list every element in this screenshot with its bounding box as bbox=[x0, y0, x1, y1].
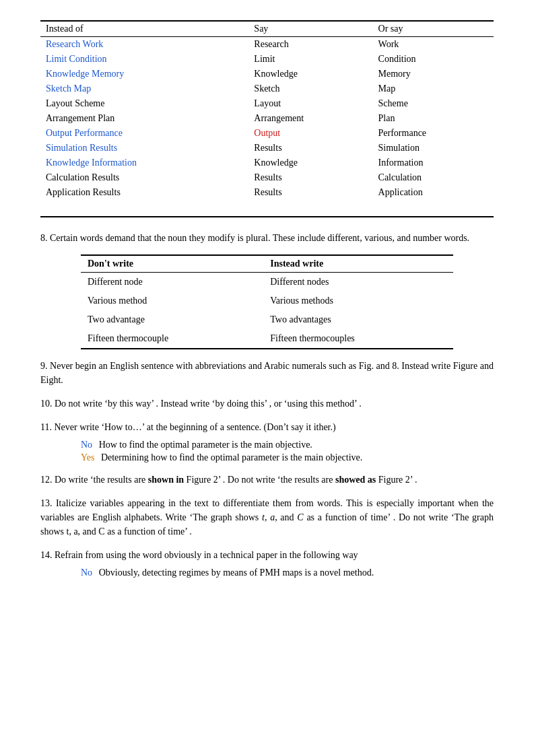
table-cell-say: Knowledge bbox=[248, 67, 372, 81]
table-cell-or-say: Condition bbox=[373, 52, 494, 67]
inner-table-row: Two advantageTwo advantages bbox=[81, 310, 453, 329]
inner-table-col1-header: Don't write bbox=[81, 255, 263, 273]
inner-table-row: Fifteen thermocoupleFifteen thermocouple… bbox=[81, 329, 453, 349]
table-cell-instead-of: Simulation Results bbox=[40, 141, 248, 156]
table-cell-say: Results bbox=[248, 141, 372, 156]
section-8-table-wrapper: Don't write Instead write Different node… bbox=[81, 254, 453, 349]
section-14-number: 14. bbox=[40, 550, 53, 560]
table-cell-say: Arrangement bbox=[248, 111, 372, 126]
section-14-body: Refrain from using the word obviously in… bbox=[55, 550, 358, 560]
table-cell-or-say: Plan bbox=[373, 111, 494, 126]
section-14: 14. Refrain from using the word obviousl… bbox=[40, 548, 494, 578]
section-13-number: 13. bbox=[40, 498, 53, 508]
table-cell-instead-of: Calculation Results bbox=[40, 170, 248, 185]
table-cell-or-say: Work bbox=[373, 37, 494, 53]
table-cell-say: Limit bbox=[248, 52, 372, 67]
section-8-body: Certain words demand that the noun they … bbox=[50, 233, 469, 243]
dont-write-cell: Fifteen thermocouple bbox=[81, 329, 263, 349]
section-14-no-label: No bbox=[81, 568, 92, 578]
table-cell-instead-of: Sketch Map bbox=[40, 81, 248, 96]
section-11-yes-line: Yes Determining how to find the optimal … bbox=[81, 452, 494, 463]
section-10-number: 10. bbox=[40, 399, 53, 409]
table-cell-instead-of: Layout Scheme bbox=[40, 96, 248, 111]
table-row: Arrangement PlanArrangementPlan bbox=[40, 111, 494, 126]
table-header-instead-of: Instead of bbox=[40, 21, 248, 37]
section-12: 12. Do write ‘the results are shown in F… bbox=[40, 473, 494, 487]
section-8-table: Don't write Instead write Different node… bbox=[81, 254, 453, 349]
section-11-no-line: No How to find the optimal parameter is … bbox=[81, 440, 494, 450]
table-cell-instead-of: Arrangement Plan bbox=[40, 111, 248, 126]
dont-write-cell: Different node bbox=[81, 273, 263, 292]
section-14-no-line: No Obviously, detecting regimes by means… bbox=[81, 568, 494, 578]
table-cell-say: Knowledge bbox=[248, 156, 372, 170]
table-cell-or-say: Map bbox=[373, 81, 494, 96]
table-header-say: Say bbox=[248, 21, 372, 37]
section-10-text: 10. Do not write ‘by this way’ . Instead… bbox=[40, 397, 494, 411]
table-cell-say: Sketch bbox=[248, 81, 372, 96]
section-9-number: 9. bbox=[40, 361, 48, 371]
table-row: Limit ConditionLimitCondition bbox=[40, 52, 494, 67]
section-13-body: Italicize variables appearing in the tex… bbox=[40, 498, 494, 537]
table-cell-or-say: Performance bbox=[373, 126, 494, 141]
table-cell-or-say: Simulation bbox=[373, 141, 494, 156]
dont-write-cell: Two advantage bbox=[81, 310, 263, 329]
table-row: Simulation ResultsResultsSimulation bbox=[40, 141, 494, 156]
instead-write-cell: Various methods bbox=[263, 291, 453, 310]
section-11-no-text: How to find the optimal parameter is the… bbox=[99, 440, 312, 450]
section-13: 13. Italicize variables appearing in the… bbox=[40, 496, 494, 539]
instead-write-cell: Fifteen thermocouples bbox=[263, 329, 453, 349]
var-t: t bbox=[262, 512, 265, 522]
instead-write-cell: Two advantages bbox=[263, 310, 453, 329]
section-10: 10. Do not write ‘by this way’ . Instead… bbox=[40, 397, 494, 411]
table-cell-say: Results bbox=[248, 185, 372, 200]
section-11-number: 11. bbox=[40, 422, 52, 432]
table-instead-of: Instead of Say Or say Research WorkResea… bbox=[40, 20, 494, 200]
table-row: Layout SchemeLayoutScheme bbox=[40, 96, 494, 111]
yes-label: Yes bbox=[81, 452, 94, 462]
table-cell-or-say: Memory bbox=[373, 67, 494, 81]
section-13-text: 13. Italicize variables appearing in the… bbox=[40, 496, 494, 539]
table-cell-or-say: Scheme bbox=[373, 96, 494, 111]
table-row: Calculation ResultsResultsCalculation bbox=[40, 170, 494, 185]
section-9-body: Never begin an English sentence with abb… bbox=[40, 361, 494, 385]
table-cell-instead-of: Knowledge Memory bbox=[40, 67, 248, 81]
table-cell-instead-of: Application Results bbox=[40, 185, 248, 200]
table-row: Sketch MapSketchMap bbox=[40, 81, 494, 96]
table-row: Knowledge MemoryKnowledgeMemory bbox=[40, 67, 494, 81]
shown-in-bold: shown in bbox=[148, 475, 184, 485]
section-8-text: 8. Certain words demand that the noun th… bbox=[40, 231, 494, 245]
section-14-no-text: Obviously, detecting regimes by means of… bbox=[99, 568, 374, 578]
table-cell-say: Output bbox=[248, 126, 372, 141]
table-row: Application ResultsResultsApplication bbox=[40, 185, 494, 200]
inner-table-col2-header: Instead write bbox=[263, 255, 453, 273]
section-9: 9. Never begin an English sentence with … bbox=[40, 359, 494, 387]
table-row: Output PerformanceOutputPerformance bbox=[40, 126, 494, 141]
section-8-number: 8. bbox=[40, 233, 48, 243]
section-14-examples: No Obviously, detecting regimes by means… bbox=[54, 568, 494, 578]
table-bottom-border bbox=[40, 216, 494, 217]
showed-as-bold: showed as bbox=[335, 475, 376, 485]
table-row: Research WorkResearchWork bbox=[40, 37, 494, 53]
section-12-text: 12. Do write ‘the results are shown in F… bbox=[40, 473, 494, 487]
var-c: C bbox=[297, 512, 303, 522]
table-cell-say: Research bbox=[248, 37, 372, 53]
inner-table-row: Various methodVarious methods bbox=[81, 291, 453, 310]
table-row: Knowledge InformationKnowledgeInformatio… bbox=[40, 156, 494, 170]
table-cell-instead-of: Research Work bbox=[40, 37, 248, 53]
var-a: a bbox=[270, 512, 275, 522]
table-cell-or-say: Information bbox=[373, 156, 494, 170]
section-10-body: Do not write ‘by this way’ . Instead wri… bbox=[55, 399, 362, 409]
table-cell-say: Layout bbox=[248, 96, 372, 111]
dont-write-cell: Various method bbox=[81, 291, 263, 310]
section-12-number: 12. bbox=[40, 475, 53, 485]
instead-write-cell: Different nodes bbox=[263, 273, 453, 292]
table-cell-or-say: Application bbox=[373, 185, 494, 200]
table-cell-instead-of: Knowledge Information bbox=[40, 156, 248, 170]
section-9-text: 9. Never begin an English sentence with … bbox=[40, 359, 494, 387]
no-label: No bbox=[81, 440, 92, 450]
table-cell-instead-of: Limit Condition bbox=[40, 52, 248, 67]
section-12-body: Do write ‘the results are shown in Figur… bbox=[55, 475, 417, 485]
section-8: 8. Certain words demand that the noun th… bbox=[40, 231, 494, 349]
table-cell-say: Results bbox=[248, 170, 372, 185]
section-14-text: 14. Refrain from using the word obviousl… bbox=[40, 548, 494, 562]
